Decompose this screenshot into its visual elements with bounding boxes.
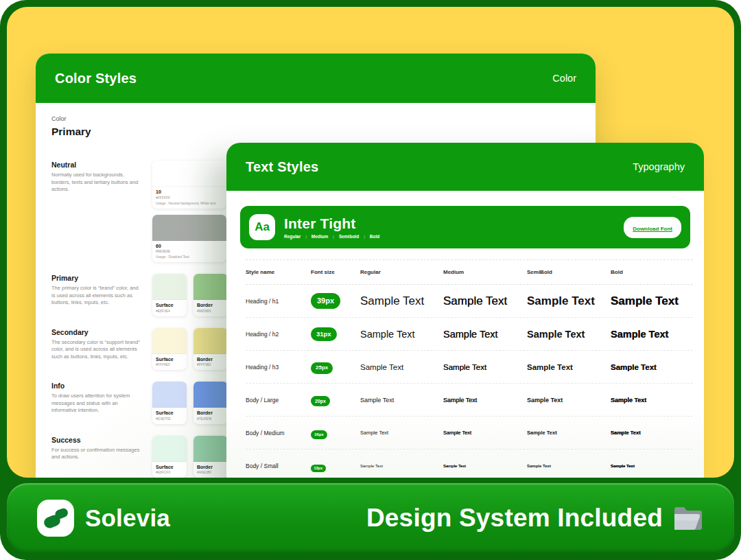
section-description: The primary color is “brand” color, and … — [51, 285, 143, 307]
table-column-header: Font size — [311, 269, 360, 275]
swatch-color-block — [152, 436, 187, 462]
swatch-info: Border#96D883 — [193, 300, 228, 316]
font-weight-label: Bold — [370, 234, 379, 239]
swatch-label: 60 — [156, 244, 223, 248]
section-text: NeutralNormally used for backgrounds, bo… — [51, 161, 152, 194]
swatch-info: Surface#FFF8E5 — [152, 354, 187, 371]
swatch-usage: Usage : Neutral background, White text — [156, 201, 223, 205]
font-banner: Aa Inter Tight Regular|Medium|Semibold|B… — [240, 206, 690, 248]
swatch-label: Surface — [156, 465, 183, 469]
swatch-label: Surface — [156, 357, 183, 362]
color-card-tag: Color — [552, 73, 576, 84]
swatch-label: 10 — [156, 189, 223, 194]
color-swatch: Border#7EA5FB — [193, 382, 228, 424]
text-card-body: Aa Inter Tight Regular|Medium|Semibold|B… — [226, 191, 704, 478]
swatch-info: Border#7EA5FB — [193, 408, 228, 424]
color-swatch: Border#96D883 — [193, 274, 228, 316]
text-card-title: Text Styles — [246, 159, 318, 175]
sample-text: Sample Text — [360, 464, 443, 468]
footer-tagline: Design System Included — [366, 504, 663, 533]
brand-lockup: Solevia — [37, 500, 170, 537]
typography-table: Style nameFont sizeRegularMediumSemiBold… — [246, 259, 693, 478]
font-sample-icon: Aa — [249, 214, 275, 240]
swatch-info: Surface#E8FCF0 — [152, 462, 187, 478]
section-description: To draw users attention for system messa… — [51, 393, 143, 415]
section-text: SecondaryThe secondary color is “support… — [51, 328, 152, 361]
table-row: Heading / h325pxSample TextSample TextSa… — [246, 351, 693, 384]
table-row: Body / Small13pxSample TextSample TextSa… — [246, 450, 693, 478]
swatch-info: Border#A6E1BF — [193, 462, 228, 478]
color-swatch: Surface#D3E7FE — [152, 382, 187, 424]
sample-text: Sample Text — [611, 464, 693, 468]
font-size-cell: 39px — [311, 293, 360, 309]
font-size-cell: 25px — [311, 360, 360, 374]
swatch-hex: #96D883 — [197, 309, 224, 313]
font-size-pill: 25px — [311, 362, 333, 374]
swatch-hex: #D3E7FE — [156, 417, 183, 421]
table-column-header: Medium — [443, 269, 527, 275]
font-size-cell: 20px — [311, 393, 360, 406]
color-swatch: Border#FFF3B2 — [193, 328, 228, 371]
swatch-group: Surface#D3E7FEBorder#7EA5FB — [152, 382, 228, 424]
swatch-group: Surface#E8F3E4Border#96D883 — [152, 274, 228, 316]
section-text: PrimaryThe primary color is “brand” colo… — [51, 274, 152, 307]
table-column-header: Regular — [360, 269, 443, 275]
swatch-hex: #FFF3B2 — [197, 362, 224, 366]
weight-separator: | — [333, 235, 334, 239]
section-name: Primary — [51, 274, 143, 282]
weight-separator: | — [305, 235, 307, 239]
sample-text: Sample Text — [360, 397, 443, 404]
table-row: Body / Medium16pxSample TextSample TextS… — [246, 417, 693, 450]
style-name: Heading / h3 — [246, 364, 311, 371]
swatch-color-block — [152, 328, 187, 354]
font-size-pill: 20px — [311, 396, 330, 406]
table-row: Heading / h231pxSample TextSample TextSa… — [246, 318, 693, 351]
brand-name: Solevia — [85, 504, 170, 532]
style-name: Heading / h2 — [246, 331, 311, 338]
swatch-label: Border — [197, 410, 224, 415]
sample-text: Sample Text — [443, 294, 527, 308]
download-font-button[interactable]: Download Font — [624, 217, 681, 238]
swatch-hex: #FFF8E5 — [156, 362, 183, 366]
font-size-cell: 16px — [311, 426, 360, 439]
sample-text: Sample Text — [360, 430, 443, 436]
font-name: Inter Tight — [284, 215, 379, 231]
sample-text: Sample Text — [443, 329, 527, 340]
swatch-hex: #9E9E9E — [156, 249, 223, 253]
section-name: Secondary — [51, 328, 143, 336]
font-size-pill: 39px — [311, 293, 340, 309]
swatch-color-block — [152, 215, 226, 241]
section-description: For success or confirmation messages and… — [51, 447, 143, 461]
section-text: SuccessFor success or confirmation messa… — [51, 436, 152, 461]
swatch-info: Border#FFF3B2 — [193, 354, 228, 371]
folder-icon — [672, 504, 704, 532]
sample-text: Sample Text — [360, 363, 443, 371]
sample-text: Sample Text — [443, 464, 527, 468]
swatch-group: 10#FFFFFFUsage : Neutral background, Whi… — [152, 161, 226, 262]
style-name: Heading / h1 — [246, 298, 311, 305]
font-weight-label: Regular — [284, 234, 301, 239]
color-swatch: Surface#E8F3E4 — [152, 274, 187, 316]
swatch-hex: #E8F3E4 — [156, 309, 183, 313]
color-swatch: Surface#E8FCF0 — [152, 436, 187, 478]
color-swatch: Border#A6E1BF — [193, 436, 228, 478]
swatch-info: Surface#D3E7FE — [152, 408, 187, 424]
swatch-color-block — [152, 274, 187, 300]
swatch-hex: #E8FCF0 — [156, 470, 183, 474]
font-weight-label: Medium — [311, 234, 329, 239]
text-styles-card: Text Styles Typography Aa Inter Tight Re… — [226, 143, 704, 478]
table-column-header: SemiBold — [527, 269, 611, 275]
yellow-panel: Color Styles Color Color Primary Neutral… — [7, 7, 734, 478]
sample-text: Sample Text — [611, 363, 693, 371]
text-card-tag: Typography — [633, 161, 685, 172]
swatch-hex: #A6E1BF — [197, 470, 224, 474]
swatch-color-block — [193, 382, 228, 408]
color-swatch: 60#9E9E9EUsage : Disabled Text — [152, 215, 226, 263]
swatch-color-block — [193, 274, 228, 300]
weight-separator: | — [364, 235, 365, 239]
color-eyebrow: Color — [51, 115, 257, 122]
swatch-label: Border — [197, 465, 224, 469]
section-description: Normally used for backgrounds, borders, … — [51, 172, 143, 194]
swatch-color-block — [152, 382, 187, 408]
font-size-pill: 13px — [311, 465, 326, 473]
